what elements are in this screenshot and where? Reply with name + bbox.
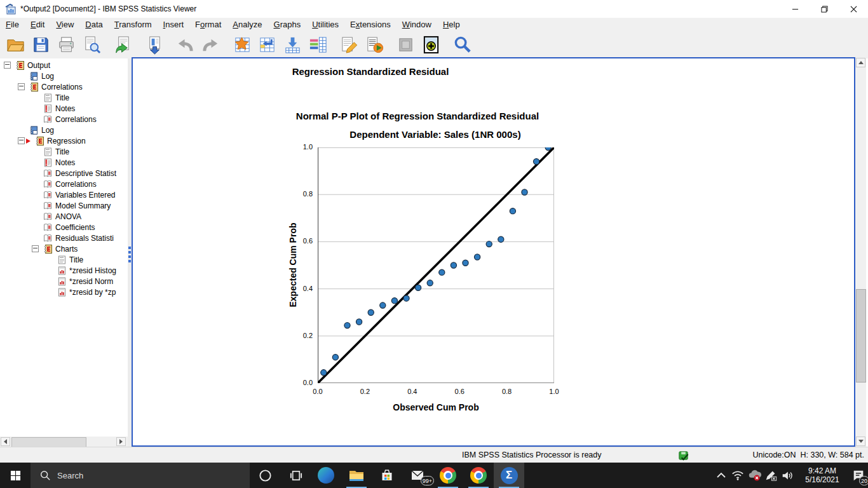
menu-help[interactable]: Help xyxy=(437,19,466,30)
minimize-button[interactable] xyxy=(780,0,810,18)
tree-item-correlations[interactable]: Correlations xyxy=(0,114,128,125)
open-file-button[interactable] xyxy=(3,32,28,57)
designate-window-button[interactable] xyxy=(418,32,444,57)
pp-scatter-plot[interactable] xyxy=(318,147,554,383)
print-button[interactable] xyxy=(53,32,79,57)
goto-case-button[interactable] xyxy=(229,32,254,57)
menu-utilities[interactable]: Utilities xyxy=(306,19,344,30)
file-explorer-button[interactable] xyxy=(341,463,372,488)
search-placeholder: Search xyxy=(57,471,83,480)
chrome-icon xyxy=(440,467,456,484)
menu-view[interactable]: View xyxy=(50,19,79,30)
chrome-button-2[interactable] xyxy=(463,463,494,488)
volume-tray-button[interactable] xyxy=(779,463,796,488)
chrome-button-1[interactable] xyxy=(433,463,463,488)
menu-extensions[interactable]: Extensions xyxy=(344,19,397,30)
edit-output-button[interactable] xyxy=(336,32,362,57)
toolbar xyxy=(0,30,868,58)
select-last-output-button[interactable] xyxy=(393,32,418,57)
menu-format[interactable]: Format xyxy=(189,19,227,30)
export-button[interactable] xyxy=(141,32,166,57)
tree-item--zresid-norm[interactable]: *zresid Norm xyxy=(0,276,128,287)
save-button[interactable] xyxy=(28,32,53,57)
menu-graphs[interactable]: Graphs xyxy=(268,19,307,30)
notification-center-button[interactable]: 20 xyxy=(849,463,868,488)
task-view-button[interactable] xyxy=(280,463,311,488)
store-button[interactable] xyxy=(372,463,402,488)
scroll-left-button[interactable] xyxy=(1,437,10,446)
menu-file[interactable]: File xyxy=(0,19,25,30)
restore-button[interactable] xyxy=(810,0,839,18)
tree-item-label: Correlations xyxy=(55,180,97,189)
tree-item-residuals-statisti[interactable]: Residuals Statisti xyxy=(0,233,128,243)
tree-item-charts[interactable]: Charts xyxy=(0,243,128,254)
collapse-toggle[interactable] xyxy=(4,62,11,69)
edge-button[interactable] xyxy=(311,463,341,488)
pen-input-tray-button[interactable] xyxy=(763,463,779,488)
taskbar-clock[interactable]: 9:42 AM 5/16/2021 xyxy=(796,466,849,484)
scroll-down-button[interactable] xyxy=(856,437,865,446)
menu-data[interactable]: Data xyxy=(79,19,108,30)
undo-button[interactable] xyxy=(172,32,198,57)
collapse-toggle[interactable] xyxy=(18,83,25,90)
tree-item-label: *zresid Norm xyxy=(69,277,113,286)
tree-item-correlations[interactable]: Correlations xyxy=(0,81,128,92)
tree-h-scrollbar[interactable] xyxy=(0,437,128,447)
taskbar-search-box[interactable]: Search xyxy=(31,463,250,488)
tree-item-output[interactable]: Output xyxy=(0,60,128,71)
content-v-scrollbar[interactable] xyxy=(855,57,866,447)
tree-item-label: Title xyxy=(69,255,83,264)
recall-dialogs-button[interactable] xyxy=(110,32,135,57)
h-scrollbar-thumb[interactable] xyxy=(11,437,86,447)
menu-bar: FileEditViewDataTransformInsertFormatAna… xyxy=(0,18,868,30)
tree-item--zresid-histog[interactable]: *zresid Histog xyxy=(0,265,128,276)
tree-item-regression[interactable]: Regression xyxy=(0,135,128,146)
menu-insert[interactable]: Insert xyxy=(158,19,190,30)
y-tick: 0.0 xyxy=(303,379,313,386)
tree-item-title[interactable]: Title xyxy=(0,146,128,157)
print-preview-button[interactable] xyxy=(79,32,104,57)
menu-window[interactable]: Window xyxy=(397,19,437,30)
scroll-right-button[interactable] xyxy=(116,437,126,446)
tree-item-model-summary[interactable]: Model Summary xyxy=(0,200,128,211)
designate-window-icon xyxy=(421,35,441,55)
tree-item-descriptive-statist[interactable]: Descriptive Statist xyxy=(0,168,128,179)
tree-item--zresid-by-zp[interactable]: *zresid by *zp xyxy=(0,287,128,297)
redo-button[interactable] xyxy=(198,32,223,57)
output-content-pane[interactable]: Regression Standardized Residual Normal … xyxy=(132,57,855,447)
tree-item-anova[interactable]: ANOVA xyxy=(0,211,128,222)
tree-item-title[interactable]: Title xyxy=(0,92,128,103)
find-button[interactable] xyxy=(449,32,475,57)
tree-item-title[interactable]: Title xyxy=(0,254,128,265)
tray-expand-button[interactable] xyxy=(713,463,729,488)
collapse-toggle[interactable] xyxy=(32,245,39,252)
menu-edit[interactable]: Edit xyxy=(25,19,50,30)
tree-item-label: Log xyxy=(41,72,54,81)
v-scrollbar-thumb[interactable] xyxy=(856,289,866,383)
variables-list-button[interactable] xyxy=(305,32,330,57)
wifi-tray-button[interactable] xyxy=(729,463,746,488)
menu-analyze[interactable]: Analyze xyxy=(227,19,268,30)
close-button[interactable] xyxy=(839,0,868,18)
tree-item-log[interactable]: Log xyxy=(0,125,128,135)
tree-item-notes[interactable]: Notes xyxy=(0,103,128,114)
onedrive-tray-button[interactable] xyxy=(746,463,763,488)
mail-button[interactable]: 99+ xyxy=(402,463,433,488)
cortana-button[interactable] xyxy=(250,463,280,488)
open-file-icon xyxy=(6,35,25,55)
goto-variable-button[interactable] xyxy=(254,32,280,57)
tree-item-variables-entered[interactable]: Variables Entered xyxy=(0,189,128,200)
chart-icon xyxy=(57,266,67,276)
tree-item-log[interactable]: Log xyxy=(0,71,128,81)
tree-item-correlations[interactable]: Correlations xyxy=(0,179,128,189)
insert-variable-button[interactable] xyxy=(280,32,305,57)
spss-taskbar-button[interactable]: Σ xyxy=(494,463,524,488)
menu-transform[interactable]: Transform xyxy=(109,19,158,30)
tree-item-notes[interactable]: Notes xyxy=(0,157,128,168)
scroll-up-button[interactable] xyxy=(856,58,865,67)
collapse-toggle[interactable] xyxy=(18,137,25,144)
start-button[interactable] xyxy=(0,463,31,488)
y-tick: 0.2 xyxy=(303,332,313,339)
run-script-button[interactable] xyxy=(362,32,387,57)
tree-item-coefficients[interactable]: Coefficients xyxy=(0,222,128,233)
